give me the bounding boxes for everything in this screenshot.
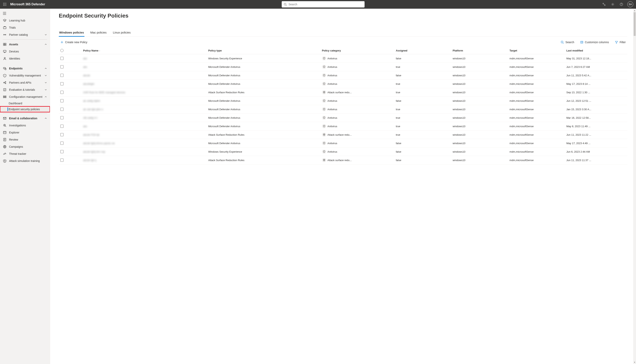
row-checkbox[interactable]: [60, 108, 64, 111]
table-row[interactable]: abcde FGH ijkAttack Surface Reduction Ru…: [59, 130, 627, 139]
row-checkbox[interactable]: [60, 133, 64, 136]
svg-point-39: [4, 124, 6, 126]
investigations-icon: [3, 124, 7, 128]
table-row[interactable]: abcdefghiMicrosoft Defender AntivirusAnt…: [59, 80, 627, 88]
nav-item-endpoints[interactable]: Endpoints: [0, 65, 50, 72]
user-avatar[interactable]: SA: [627, 2, 633, 7]
nav-item-review[interactable]: Review: [0, 136, 50, 143]
tab-mac-policies[interactable]: Mac policies: [90, 29, 107, 36]
policy-name: AB cdefg H I: [83, 116, 98, 119]
column-policy-category[interactable]: Policy category: [320, 47, 394, 54]
table-row[interactable]: abcWindows Security ExperienceAntivirusf…: [59, 54, 627, 63]
tab-windows-policies[interactable]: Windows policies: [59, 29, 85, 36]
create-policy-button[interactable]: Create new Policy: [59, 40, 89, 45]
target: mdm,microsoftSense: [508, 122, 565, 130]
nav-item-evaluation-tutorials[interactable]: Evaluation & tutorials: [0, 86, 50, 93]
scroll-up-icon[interactable]: ▲: [633, 9, 636, 12]
attack-icon: [3, 159, 7, 163]
nav-item-explorer[interactable]: Explorer: [0, 129, 50, 136]
row-checkbox[interactable]: [60, 150, 64, 153]
nav-collapse-button[interactable]: [0, 10, 50, 17]
row-checkbox[interactable]: [60, 65, 64, 68]
policy-type: Microsoft Defender Antivirus: [207, 71, 320, 80]
assigned: true: [394, 88, 451, 96]
scrollbar[interactable]: ▲ ▼: [633, 9, 636, 364]
nav-sub-dashboard[interactable]: Dashboard: [0, 100, 50, 106]
nav-item-threat-tracker[interactable]: Threat tracker: [0, 150, 50, 157]
nav-item-identities[interactable]: Identities: [0, 55, 50, 62]
table-row[interactable]: AB cdefg H IMicrosoft Defender Antivirus…: [59, 114, 627, 122]
columns-icon: [580, 40, 583, 44]
nav-item-partners-and-apis[interactable]: Partners and APIs: [0, 79, 50, 86]
nav-item-partner-catalog[interactable]: Partner catalog: [0, 31, 50, 38]
nav-item-trials[interactable]: Trials: [0, 24, 50, 31]
nav-item-attack-simulation-training[interactable]: Attack simulation training: [0, 157, 50, 164]
policy-category: Antivirus: [322, 124, 337, 128]
nav-item-email-collaboration[interactable]: Email & collaboration: [0, 115, 50, 122]
table-row[interactable]: abcMicrosoft Defender AntivirusAntivirus…: [59, 122, 627, 130]
search-input[interactable]: [288, 3, 363, 6]
table-row[interactable]: ASR Rule for MDE managed devicesAttack S…: [59, 88, 627, 96]
shield-icon: [322, 107, 326, 112]
policy-name: abcde FGH ijk: [83, 133, 99, 136]
search-button[interactable]: Search: [559, 40, 576, 45]
nav-item-campaigns[interactable]: Campaigns: [0, 143, 50, 150]
filter-button[interactable]: Filter: [613, 40, 627, 45]
column-assigned[interactable]: Assigned: [394, 47, 451, 54]
table-row[interactable]: abcde fghij klmno pqrstu vwMicrosoft Def…: [59, 139, 627, 148]
row-checkbox[interactable]: [60, 82, 64, 86]
assigned: true: [394, 122, 451, 130]
column-last-modified[interactable]: Last modified: [565, 47, 627, 54]
select-all-header[interactable]: [59, 47, 82, 54]
row-checkbox[interactable]: [60, 124, 64, 128]
table-row[interactable]: ab cde fghi jklm nMicrosoft Defender Ant…: [59, 105, 627, 114]
global-search[interactable]: [282, 1, 365, 8]
scrollbar-thumb[interactable]: [634, 12, 635, 36]
platform: windows10: [451, 80, 508, 88]
table-row[interactable]: abcMicrosoft Defender AntivirusAntivirus…: [59, 63, 627, 71]
asr-icon: [322, 132, 326, 137]
policies-table: Policy Name↑ Policy type Policy category…: [59, 47, 627, 164]
connections-icon[interactable]: [601, 2, 607, 7]
nav-item-devices[interactable]: Devices: [0, 48, 50, 55]
nav-item-learning-hub[interactable]: Learning hub: [0, 17, 50, 24]
nav-item-assets[interactable]: Assets: [0, 41, 50, 48]
row-checkbox[interactable]: [60, 57, 64, 60]
help-icon[interactable]: [619, 2, 624, 7]
column-policy-type[interactable]: Policy type: [207, 47, 320, 54]
column-platform[interactable]: Platform: [451, 47, 508, 54]
column-target[interactable]: Target: [508, 47, 565, 54]
last-modified: Sep 13, 2022 1:30 ...: [565, 88, 627, 96]
row-checkbox[interactable]: [60, 116, 64, 119]
nav-item-configuration-management[interactable]: Configuration management: [0, 93, 50, 100]
app-launcher-icon[interactable]: [2, 1, 8, 8]
row-checkbox[interactable]: [60, 142, 64, 145]
row-checkbox[interactable]: [60, 99, 64, 102]
settings-icon[interactable]: [610, 2, 615, 7]
nav-item-investigations[interactable]: Investigations: [0, 122, 50, 129]
toolbar: Create new Policy Search Customize colum…: [59, 38, 627, 47]
customize-columns-button[interactable]: Customize columns: [578, 40, 610, 45]
assigned: false: [394, 156, 451, 164]
nav-item-vulnerability-management[interactable]: Vulnerability management: [0, 72, 50, 79]
scroll-down-icon[interactable]: ▼: [633, 361, 636, 364]
policy-name: ASR Rule for MDE managed devices: [83, 91, 125, 94]
chevron-down-icon: [44, 81, 47, 84]
plus-icon: [60, 40, 64, 44]
nav-sub-endpoint-security-policies[interactable]: Endpoint security policies: [0, 106, 50, 112]
chevron-up-icon: [44, 67, 47, 70]
endpoints-icon: [3, 66, 7, 70]
table-row[interactable]: abcdeMicrosoft Defender AntivirusAntivir…: [59, 71, 627, 80]
row-checkbox[interactable]: [60, 91, 64, 94]
assigned: true: [394, 114, 451, 122]
assigned: true: [394, 63, 451, 71]
tab-linux-policies[interactable]: Linux policies: [113, 29, 131, 36]
policy-type: Microsoft Defender Antivirus: [207, 114, 320, 122]
table-row[interactable]: abcde fgh ijAttack Surface Reduction Rul…: [59, 156, 627, 164]
row-checkbox[interactable]: [60, 158, 64, 162]
column-policy-name[interactable]: Policy Name↑: [82, 47, 207, 54]
last-modified: Jun 12, 2023 12:51 ...: [565, 96, 627, 105]
table-row[interactable]: abcde fghij klm nopWindows Security Expe…: [59, 148, 627, 156]
row-checkbox[interactable]: [60, 74, 64, 77]
table-row[interactable]: ab cdefg hijklmMicrosoft Defender Antivi…: [59, 96, 627, 105]
